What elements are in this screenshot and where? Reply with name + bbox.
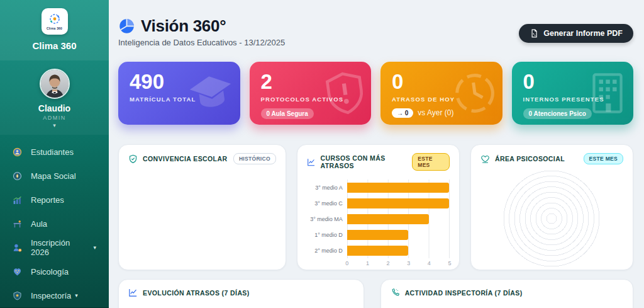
sidebar-item-label: Psicología (31, 267, 69, 277)
stat-card-internos: 0 INTERNOS PRESENTES 0 Atenciones Psico (512, 62, 634, 125)
generate-pdf-button[interactable]: Generar Informe PDF (519, 24, 633, 43)
card-title: EVOLUCIÓN ATRASOS (7 DÍAS) (143, 289, 250, 297)
page-subtitle: Inteligencia de Datos Educativos - 13/12… (118, 38, 285, 47)
sidebar-item-reportes[interactable]: Reportes (0, 188, 109, 212)
sidebar: Clima 360 Clima 360 (0, 0, 109, 308)
pdf-document-icon (530, 29, 538, 38)
este-mes-badge: ESTE MES (584, 153, 623, 164)
page-header: Visión 360° Inteligencia de Datos Educat… (118, 16, 633, 47)
user-profile[interactable]: Claudio ADMIN ▾ (0, 60, 109, 135)
trend-pill: → 0 (392, 108, 413, 118)
bar-3-medio-a (347, 183, 449, 193)
user-dropdown-caret-icon: ▾ (0, 122, 109, 128)
stat-badge: 0 Atenciones Psico (523, 108, 592, 119)
bar-plot-area (347, 180, 450, 258)
app-window: Clima 360 Clima 360 (0, 0, 644, 308)
shield-badge-icon (13, 291, 22, 300)
sidebar-item-label: Inscripción 2026 (31, 238, 89, 257)
radar-grid-rings (502, 169, 601, 268)
card-psicosocial: ÁREA PSICOSOCIAL ESTE MES (470, 144, 633, 270)
card-cursos-atrasos: CURSOS CON MÁS ATRASOS ESTE MES 3° medio… (297, 144, 460, 270)
line-chart-icon (128, 288, 138, 297)
bar-x-axis: 0 1 2 3 4 5 (347, 260, 450, 269)
bottom-cards-row: EVOLUCIÓN ATRASOS (7 DÍAS) ACTIVIDAD INS… (118, 279, 633, 308)
line-chart-icon (307, 157, 316, 167)
card-actividad-inspectoria: ACTIVIDAD INSPECTORÍA (7 DÍAS) (380, 279, 633, 308)
trend-suffix: vs Ayer (0) (418, 108, 453, 117)
user-name: Claudio (0, 103, 109, 113)
card-evolucion-atrasos: EVOLUCIÓN ATRASOS (7 DÍAS) (118, 279, 364, 308)
clock-icon (450, 69, 499, 118)
brain-heart-icon (13, 267, 22, 277)
sidebar-item-label: Reportes (31, 195, 64, 205)
heart-care-icon (480, 154, 490, 164)
chart-cards-row: CONVIVENCIA ESCOLAR HISTÓRICO CURSOS CON… (118, 144, 633, 270)
main-content: Visión 360° Inteligencia de Datos Educat… (109, 0, 644, 308)
avatar (40, 69, 70, 99)
person-gear-icon (13, 243, 22, 253)
card-title: ÁREA PSICOSOCIAL (495, 155, 565, 163)
clima360-emblem-icon (48, 13, 62, 26)
building-icon (585, 69, 630, 118)
stat-card-protocolos: 2 PROTOCOLOS ACTIVOS 0 Aula Segura (250, 62, 372, 125)
card-title: CONVIVENCIA ESCOLAR (143, 155, 227, 163)
app-logo: Clima 360 (42, 8, 68, 35)
sidebar-item-label: Inspectoría (31, 291, 71, 300)
sidebar-item-mapa-social[interactable]: Mapa Social (0, 164, 109, 188)
logo-text: Clima 360 (47, 26, 62, 30)
graduation-cap-icon (186, 71, 236, 115)
chevron-down-icon: ▾ (75, 292, 78, 299)
students-icon (13, 147, 22, 157)
sidebar-item-label: Mapa Social (31, 171, 76, 181)
sidebar-header: Clima 360 Clima 360 (0, 0, 109, 60)
chevron-down-icon: ▾ (93, 244, 96, 251)
pie-chart-icon (118, 18, 135, 35)
sidebar-menu: Estudiantes Mapa Social Reportes (0, 135, 109, 307)
sidebar-item-inscripcion[interactable]: Inscripción 2026 ▾ (0, 236, 109, 260)
bar-category-labels: 3° medio A 3° medio C 3° medio MA 1° med… (307, 180, 347, 258)
shield-check-icon (128, 154, 138, 164)
brand-name: Clima 360 (0, 40, 109, 51)
bar-3-medio-c (347, 198, 449, 208)
stat-badge: 0 Aula Segura (261, 108, 314, 119)
sidebar-item-aula[interactable]: Aula (0, 212, 109, 236)
page-title: Visión 360° (141, 16, 226, 36)
card-title: CURSOS CON MÁS ATRASOS (321, 154, 413, 169)
shield-alert-icon (323, 69, 367, 118)
card-convivencia: CONVIVENCIA ESCOLAR HISTÓRICO (118, 144, 286, 270)
desk-icon (13, 219, 22, 229)
phone-icon (391, 288, 400, 297)
user-role: ADMIN (0, 115, 109, 121)
avatar-photo-icon (41, 70, 69, 98)
sidebar-item-estudiantes[interactable]: Estudiantes (0, 140, 109, 164)
bar-2-medio-d (347, 246, 408, 256)
card-title: ACTIVIDAD INSPECTORÍA (7 DÍAS) (405, 289, 523, 297)
psicosocial-radar-chart (480, 169, 623, 268)
bar-3-medio-ma (347, 214, 429, 224)
bar-1-medio-d (347, 230, 408, 240)
sidebar-item-label: Estudiantes (31, 147, 74, 157)
sidebar-item-label: Aula (31, 219, 47, 229)
compass-icon (13, 171, 22, 181)
bar-chart-icon (13, 195, 22, 205)
sidebar-item-inspectoria[interactable]: Inspectoría ▾ (0, 283, 109, 307)
stat-card-atrasos: 0 ATRASOS DE HOY → 0 vs Ayer (0) (380, 62, 502, 125)
cursos-bar-chart: 3° medio A 3° medio C 3° medio MA 1° med… (307, 180, 450, 269)
sidebar-item-psicologia[interactable]: Psicología (0, 260, 109, 283)
stat-cards-row: 490 MATRÍCULA TOTAL 2 PROTOCOLOS ACTIVOS… (118, 62, 633, 125)
este-mes-badge: ESTE MES (412, 153, 450, 171)
historico-badge: HISTÓRICO (233, 153, 276, 164)
stat-card-matricula: 490 MATRÍCULA TOTAL (118, 62, 240, 125)
